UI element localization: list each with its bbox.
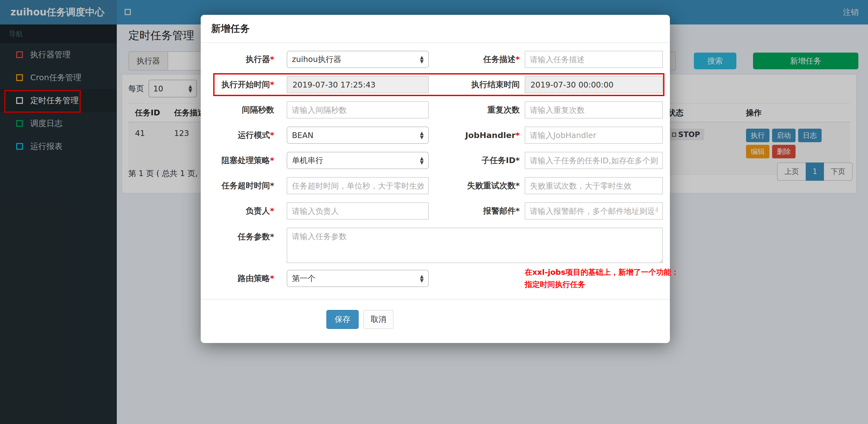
required-asterisk: * [516, 55, 520, 64]
save-button[interactable]: 保存 [327, 310, 359, 329]
job-timeout-input[interactable] [287, 177, 429, 194]
form-row: 运行模式*BEAN▲▼JobHandler* [201, 127, 670, 144]
form-row: 间隔秒数重复次数 [201, 101, 670, 119]
app-window: zuihou任务调度中心 注销 导航 执行器管理Cron任务管理定时任务管理调度… [0, 0, 868, 424]
repeat-count-input[interactable] [525, 101, 663, 119]
alarm-email-label: 报警邮件* [429, 205, 525, 217]
select-arrows-icon: ▲▼ [420, 55, 424, 64]
child-job-id-label: 子任务ID* [429, 155, 525, 166]
job-timeout-label: 任务超时时间* [214, 180, 287, 191]
required-asterisk: * [270, 130, 274, 140]
select-arrows-icon: ▲▼ [420, 274, 424, 283]
modal-footer: 保存 取消 [201, 299, 670, 329]
select-value: zuihou执行器 [292, 54, 341, 65]
form-row: 任务参数* [201, 228, 670, 263]
end-time-field[interactable]: 2019-07-30 00:00:00 [525, 76, 663, 93]
form-field [525, 152, 663, 169]
job-params-label: 任务参数* [214, 228, 287, 242]
required-asterisk: * [270, 156, 274, 165]
form-field [287, 101, 429, 119]
note-line-1: 在xxl-jobs项目的基础上，新增了一个功能： [525, 266, 670, 279]
start-time-field[interactable]: 2019-07-30 17:25:43 [287, 76, 429, 93]
fail-retry-count-label: 失败重试次数* [429, 180, 525, 191]
form-field [287, 202, 429, 220]
form-row: 执行开始时间*2019-07-30 17:25:43执行结束时间2019-07-… [201, 76, 670, 93]
form-field [525, 177, 663, 194]
form-row: 执行器*zuihou执行器▲▼任务描述* [201, 51, 670, 68]
select-value: BEAN [292, 131, 314, 140]
form-row: 负责人*报警邮件* [201, 202, 670, 220]
form-field [525, 51, 663, 68]
job-params-textarea[interactable] [287, 228, 663, 263]
route-strategy-label: 路由策略* [214, 273, 287, 284]
select-arrows-icon: ▲▼ [420, 131, 424, 139]
end-time-label: 执行结束时间 [429, 79, 525, 90]
add-job-modal: 新增任务 执行器*zuihou执行器▲▼任务描述*执行开始时间*2019-07-… [201, 15, 670, 343]
select-value: 第一个 [292, 273, 315, 284]
run-mode-label: 运行模式* [214, 130, 287, 141]
block-strategy-label: 阻塞处理策略* [214, 155, 287, 166]
form-field [525, 127, 663, 144]
form-field [525, 101, 663, 119]
form-row: 阻塞处理策略*单机串行▲▼子任务ID* [201, 152, 670, 169]
block-strategy-select[interactable]: 单机串行▲▼ [287, 152, 429, 169]
job-handler-label: JobHandler* [429, 130, 525, 140]
fail-retry-count-input[interactable] [525, 177, 663, 194]
executor-label: 执行器* [214, 54, 287, 65]
form-row: 任务超时时间*失败重试次数* [201, 177, 670, 194]
select-value: 单机串行 [292, 155, 323, 166]
job-desc-label: 任务描述* [429, 54, 525, 65]
required-asterisk: * [270, 55, 274, 64]
form-field: 第一个▲▼ [287, 270, 429, 287]
alarm-email-input[interactable] [525, 202, 663, 220]
run-mode-select[interactable]: BEAN▲▼ [287, 127, 429, 144]
route-strategy-select[interactable]: 第一个▲▼ [287, 270, 429, 287]
form-field [525, 202, 663, 220]
interval-seconds-input[interactable] [287, 101, 429, 119]
select-arrows-icon: ▲▼ [420, 156, 424, 165]
modal-header: 新增任务 [201, 15, 670, 43]
owner-input[interactable] [287, 202, 429, 220]
owner-label: 负责人* [214, 205, 287, 217]
feature-note: 在xxl-jobs项目的基础上，新增了一个功能：指定时间执行任务 [525, 266, 670, 291]
modal-title: 新增任务 [211, 22, 250, 35]
required-asterisk: * [270, 80, 274, 89]
start-time-label: 执行开始时间* [214, 79, 287, 90]
required-asterisk: * [516, 130, 520, 140]
form-field: BEAN▲▼ [287, 127, 429, 144]
repeat-count-label: 重复次数 [429, 104, 525, 116]
executor-select[interactable]: zuihou执行器▲▼ [287, 51, 429, 68]
form-field: zuihou执行器▲▼ [287, 51, 429, 68]
note-line-2: 指定时间执行任务 [525, 279, 670, 291]
required-asterisk: * [270, 206, 274, 216]
form-field: 2019-07-30 17:25:43 [287, 76, 429, 93]
job-handler-input[interactable] [525, 127, 663, 144]
required-asterisk: * [270, 273, 274, 283]
form-field: 2019-07-30 00:00:00 [525, 76, 663, 93]
form-row: 路由策略*第一个▲▼在xxl-jobs项目的基础上，新增了一个功能：指定时间执行… [201, 270, 670, 287]
form-field [287, 177, 429, 194]
modal-form: 执行器*zuihou执行器▲▼任务描述*执行开始时间*2019-07-30 17… [201, 43, 670, 287]
interval-seconds-label: 间隔秒数 [214, 104, 287, 116]
form-field: 单机串行▲▼ [287, 152, 429, 169]
job-desc-input[interactable] [525, 51, 663, 68]
child-job-id-input[interactable] [525, 152, 663, 169]
cancel-button[interactable]: 取消 [363, 310, 394, 329]
